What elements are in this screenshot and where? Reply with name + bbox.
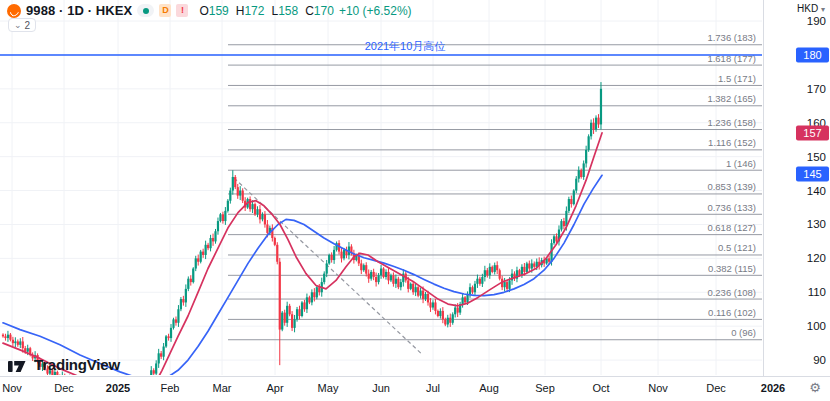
price-tick-label: 190 (807, 15, 826, 27)
change-value: +10 (+6.52%) (339, 4, 412, 18)
ma-fast-line (3, 133, 602, 375)
time-axis-label: 2026 (761, 382, 785, 394)
ohlc-l: L158 (271, 4, 298, 18)
ohlc-o: O159 (199, 4, 228, 18)
tradingview-brand-text: TradingView (34, 356, 120, 373)
tradingview-mark-icon (8, 357, 29, 372)
price-badge-145: 145 (796, 166, 829, 181)
svg-text:1.5 (171): 1.5 (171) (718, 73, 756, 84)
time-axis-label: Aug (479, 382, 499, 394)
svg-text:1.116 (152): 1.116 (152) (708, 137, 756, 148)
price-tick-label: 170 (807, 83, 826, 95)
currency-selector[interactable]: HKD ▾ (797, 3, 825, 14)
grid-lines (0, 0, 762, 375)
time-axis-label: Feb (161, 382, 180, 394)
caret-down-icon: ▾ (821, 5, 825, 14)
market-open-dot-icon (143, 8, 149, 14)
time-axis-label: Dec (706, 382, 726, 394)
indicators-count: 2 (25, 20, 31, 31)
time-axis-label: Sep (535, 382, 555, 394)
svg-text:0.236 (108): 0.236 (108) (707, 287, 756, 298)
time-axis-label: Nov (648, 382, 668, 394)
time-axis-label: Oct (592, 382, 609, 394)
time-axis-label: Dec (54, 382, 74, 394)
svg-text:1 (146): 1 (146) (726, 158, 756, 169)
price-tick-label: 130 (807, 218, 826, 230)
svg-text:0.736 (133): 0.736 (133) (707, 202, 756, 213)
chart-legend: 9988 · 1D · HKEX D ! O159H172L158C170 +1… (7, 3, 412, 18)
svg-text:1.736 (183): 1.736 (183) (707, 32, 756, 43)
svg-text:0.618 (127): 0.618 (127) (707, 222, 756, 233)
ohlc-c: C170 (305, 4, 334, 18)
ohlc-values: O159H172L158C170 (199, 4, 334, 18)
ohlc-h: H172 (236, 4, 265, 18)
price-pane[interactable]: 1.736 (183)1.618 (177)1.5 (171)1.382 (16… (0, 0, 762, 375)
price-tick-label: 90 (813, 354, 826, 366)
chevron-down-icon: ⌄ (14, 20, 22, 30)
time-axis-label: Mar (213, 382, 232, 394)
price-badge-180: 180 (796, 47, 829, 62)
price-tick-label: 120 (807, 252, 826, 264)
svg-text:0.116 (102): 0.116 (102) (708, 307, 756, 318)
time-axis-label: Jul (426, 382, 440, 394)
symbol-title[interactable]: 9988 · 1D · HKEX (26, 3, 132, 18)
svg-text:0 (96): 0 (96) (731, 327, 756, 338)
price-badge-157: 157 (796, 125, 829, 140)
tradingview-watermark[interactable]: TradingView (8, 356, 120, 373)
svg-text:0.853 (139): 0.853 (139) (707, 181, 756, 192)
svg-text:1.382 (165): 1.382 (165) (707, 93, 756, 104)
price-tick-label: 100 (807, 320, 826, 332)
trading-chart[interactable]: 1.736 (183)1.618 (177)1.5 (171)1.382 (16… (0, 0, 830, 401)
price-axis[interactable]: HKD ▾ 1901801701601501401301201101009018… (763, 0, 830, 376)
svg-text:1.236 (158): 1.236 (158) (707, 117, 756, 128)
time-axis-label: Nov (2, 382, 22, 394)
svg-text:0.382 (115): 0.382 (115) (708, 263, 756, 274)
alert-badge[interactable]: ! (176, 4, 188, 17)
market-status-pill[interactable] (137, 4, 154, 17)
candlestick-series (2, 82, 602, 375)
price-tick-label: 150 (807, 151, 826, 163)
time-axis-label: Jun (372, 382, 390, 394)
price-tick-label: 140 (807, 185, 826, 197)
delayed-data-badge[interactable]: D (159, 4, 171, 17)
price-tick-label: 110 (808, 286, 826, 298)
time-axis-label: Apr (266, 382, 283, 394)
time-axis-label: May (318, 382, 339, 394)
time-axis-label: 2025 (106, 382, 130, 394)
indicators-collapse-button[interactable]: ⌄ 2 (8, 18, 36, 32)
currency-label: HKD (797, 3, 818, 14)
symbol-logo-icon (7, 4, 21, 18)
time-axis[interactable]: ⚙ NovDec2025FebMarAprMayJunJulAugSepOctN… (0, 376, 830, 401)
svg-text:2021年10月高位: 2021年10月高位 (365, 40, 446, 52)
svg-text:0.5 (121): 0.5 (121) (718, 242, 756, 253)
settings-gear-icon[interactable]: ⚙ (809, 380, 821, 395)
